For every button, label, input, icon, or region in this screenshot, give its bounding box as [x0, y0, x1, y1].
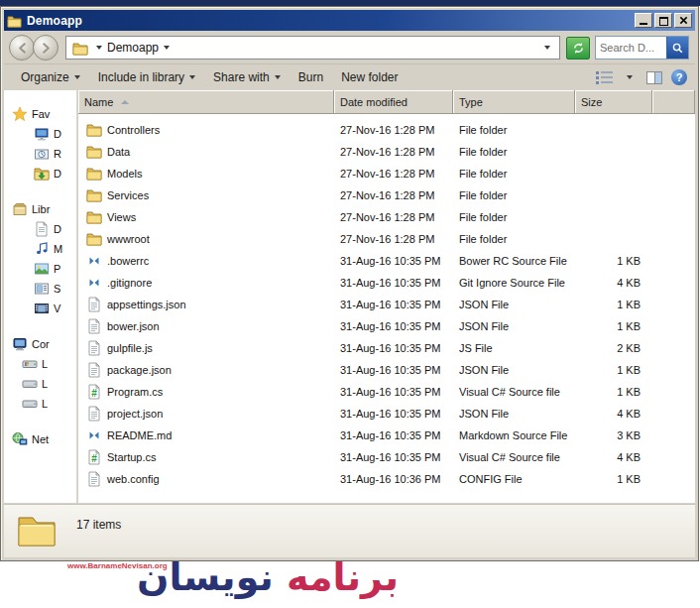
- views-icon[interactable]: [596, 71, 613, 84]
- file-name: project.json: [107, 408, 163, 420]
- sidebar-item-label: V: [54, 303, 60, 314]
- desktop-icon: [34, 126, 50, 142]
- search-box: [595, 36, 689, 60]
- file-row[interactable]: .bowerrc31-Aug-16 10:35 PMBower RC Sourc…: [78, 250, 695, 272]
- sidebar-item[interactable]: S: [4, 279, 76, 299]
- file-row[interactable]: #Program.cs31-Aug-16 10:35 PMVisual C# S…: [78, 381, 695, 403]
- sidebar-item[interactable]: L: [4, 374, 76, 394]
- maximize-button[interactable]: [654, 13, 672, 28]
- file-row[interactable]: Services27-Nov-16 1:28 PMFile folder: [78, 184, 695, 206]
- sidebar-item[interactable]: Libr: [4, 199, 76, 219]
- column-label: Size: [581, 96, 602, 108]
- search-button[interactable]: [666, 37, 688, 59]
- explorer-window: Demoapp Demoapp: [0, 6, 699, 561]
- file-type: File folder: [453, 233, 575, 245]
- column-headers: Name Date modified Type Size: [78, 90, 695, 114]
- file-type: File folder: [453, 124, 575, 136]
- sidebar-item-label: L: [42, 358, 48, 370]
- document-icon: [86, 318, 102, 334]
- toolbar-item-new-folder[interactable]: New folder: [332, 67, 407, 87]
- sidebar-item[interactable]: D: [4, 124, 76, 144]
- csharp-file-icon: #: [86, 449, 102, 465]
- file-date-modified: 31-Aug-16 10:35 PM: [334, 408, 453, 420]
- toolbar-item-label: Share with: [213, 70, 270, 84]
- toolbar-item-share-with[interactable]: Share with: [204, 67, 290, 87]
- titlebar[interactable]: Demoapp: [4, 10, 695, 31]
- sidebar-item[interactable]: L: [4, 354, 76, 374]
- network-icon: [12, 431, 28, 447]
- toolbar-item-organize[interactable]: Organize: [12, 67, 89, 87]
- file-date-modified: 27-Nov-16 1:28 PM: [334, 189, 453, 201]
- minimize-icon: [640, 23, 647, 25]
- folder-icon: [86, 122, 102, 138]
- file-type: Bower RC Source File: [453, 255, 575, 267]
- chevron-down-icon[interactable]: [164, 46, 170, 50]
- file-date-modified: 27-Nov-16 1:28 PM: [334, 168, 453, 180]
- sidebar-item[interactable]: M: [4, 239, 76, 259]
- file-name: bower.json: [107, 320, 160, 332]
- sidebar-item[interactable]: R: [4, 144, 76, 164]
- sidebar-item[interactable]: P: [4, 259, 76, 279]
- chevron-down-icon: [275, 75, 281, 79]
- file-row[interactable]: web.config31-Aug-16 10:36 PMCONFIG File1…: [78, 468, 695, 490]
- navigation-bar: Demoapp: [4, 31, 695, 64]
- document-icon: [86, 340, 102, 356]
- file-row[interactable]: package.json31-Aug-16 10:35 PMJSON File1…: [78, 359, 695, 381]
- saved-pictures-icon: [34, 281, 50, 297]
- file-name: package.json: [107, 364, 172, 376]
- sidebar-item[interactable]: V: [4, 299, 76, 318]
- file-row[interactable]: Data27-Nov-16 1:28 PMFile folder: [78, 141, 695, 163]
- sidebar-item[interactable]: Cor: [4, 334, 76, 354]
- history-dropdown-icon[interactable]: [544, 46, 550, 50]
- views-dropdown-icon[interactable]: [627, 75, 633, 79]
- back-button[interactable]: [9, 35, 35, 61]
- file-row[interactable]: Models27-Nov-16 1:28 PMFile folder: [78, 163, 695, 184]
- chevron-down-icon: [74, 75, 80, 79]
- file-row[interactable]: project.json31-Aug-16 10:35 PMJSON File4…: [78, 403, 695, 425]
- file-size: 1 KB: [575, 299, 652, 310]
- file-date-modified: 27-Nov-16 1:28 PM: [334, 146, 453, 158]
- file-row[interactable]: Views27-Nov-16 1:28 PMFile folder: [78, 206, 695, 228]
- file-row[interactable]: README.md31-Aug-16 10:35 PMMarkdown Sour…: [78, 425, 695, 446]
- toolbar-item-burn[interactable]: Burn: [290, 67, 332, 87]
- downloads-icon: [34, 166, 50, 182]
- minimize-button[interactable]: [635, 13, 652, 28]
- file-row[interactable]: appsettings.json31-Aug-16 10:35 PMJSON F…: [78, 294, 695, 315]
- chevron-down-icon[interactable]: [96, 46, 102, 50]
- file-type: JSON File: [453, 299, 575, 310]
- file-size: 2 KB: [575, 342, 652, 354]
- column-header-name[interactable]: Name: [78, 90, 334, 114]
- toolbar-item-label: Include in library: [98, 70, 184, 84]
- refresh-button[interactable]: [566, 37, 590, 60]
- forward-button[interactable]: [33, 35, 58, 61]
- search-input[interactable]: [596, 37, 666, 59]
- file-row[interactable]: gulpfile.js31-Aug-16 10:35 PMJS File2 KB: [78, 337, 695, 359]
- file-name-cell: bower.json: [78, 318, 334, 334]
- file-row[interactable]: .gitignore31-Aug-16 10:35 PMGit Ignore S…: [78, 272, 695, 294]
- column-header-size[interactable]: Size: [575, 90, 652, 114]
- column-header-blank[interactable]: [652, 90, 695, 114]
- file-row[interactable]: Controllers27-Nov-16 1:28 PMFile folder: [78, 119, 695, 141]
- toolbar-item-include-in-library[interactable]: Include in library: [89, 67, 204, 87]
- breadcrumb-segment[interactable]: Demoapp: [107, 41, 159, 55]
- file-size: 1 KB: [575, 320, 652, 332]
- sidebar-item-label: Libr: [32, 203, 50, 215]
- address-bar[interactable]: Demoapp: [65, 36, 560, 60]
- chevron-down-icon: [189, 75, 195, 79]
- file-row[interactable]: #Startup.cs31-Aug-16 10:35 PMVisual C# S…: [78, 446, 695, 468]
- sidebar-item[interactable]: D: [4, 219, 76, 239]
- window-title: Demoapp: [27, 14, 82, 28]
- sidebar-item[interactable]: Net: [4, 429, 76, 449]
- help-icon[interactable]: ?: [671, 69, 687, 85]
- file-name: .gitignore: [107, 277, 152, 289]
- sidebar-item[interactable]: Fav: [4, 104, 76, 124]
- preview-pane-icon[interactable]: [646, 71, 662, 84]
- column-header-date-modified[interactable]: Date modified: [334, 90, 453, 114]
- file-name-cell: #Program.cs: [78, 384, 334, 400]
- file-row[interactable]: bower.json31-Aug-16 10:35 PMJSON File1 K…: [78, 315, 695, 337]
- close-button[interactable]: [674, 13, 692, 28]
- sidebar-item[interactable]: D: [4, 164, 76, 183]
- sidebar-item[interactable]: L: [4, 394, 76, 414]
- file-row[interactable]: wwwroot27-Nov-16 1:28 PMFile folder: [78, 228, 695, 250]
- column-header-type[interactable]: Type: [453, 90, 575, 114]
